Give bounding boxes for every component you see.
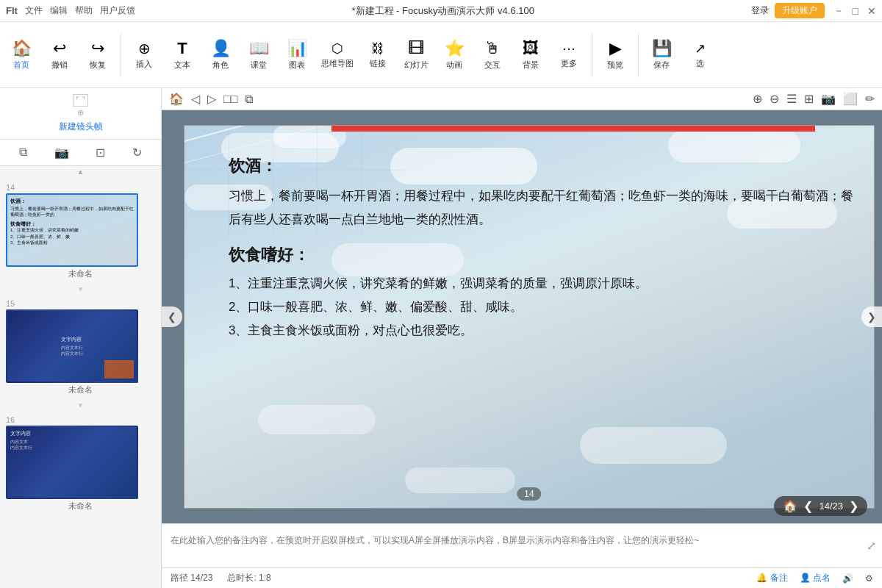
slide-thumb-14-content: 饮酒： 习惯上，餐前要喝一杯开胃酒；用餐过程中，如果吃肉要配干红葡萄酒；吃鱼虾一… <box>7 195 137 265</box>
section2-title: 饮食嗜好： <box>229 244 859 266</box>
toolbar-class[interactable]: 📖 课堂 <box>240 26 277 85</box>
toolbar-insert[interactable]: ⊕ 插入 <box>126 26 162 85</box>
new-frame-label: 新建镜头帧 <box>59 121 103 133</box>
copy-frame-icon[interactable]: ⧉ <box>16 144 30 161</box>
toolbar-slide[interactable]: 🎞 幻灯片 <box>398 26 434 85</box>
screenshot-icon[interactable]: 📷 <box>51 144 72 161</box>
slide-thumb-16[interactable]: 文字内容 内容文本 内容文本行 <box>6 426 138 499</box>
title-left-icons: FIt 文件 编辑 帮助 用户反馈 <box>6 4 135 17</box>
canvas-viewport[interactable]: ❮ <box>162 110 882 523</box>
slide-spacer-14-15: ▼ <box>0 282 161 296</box>
collapse-arrow[interactable]: ▲ <box>0 166 161 177</box>
canvas-nav-left[interactable]: ❮ <box>162 306 182 327</box>
class-icon: 📖 <box>249 39 269 58</box>
slide-number-16: 16 <box>6 415 155 424</box>
insert-icon: ⊕ <box>138 40 151 57</box>
minimize-button[interactable]: － <box>833 4 844 18</box>
toolbar-bg[interactable]: 🖼 背景 <box>512 26 549 85</box>
redo-icon: ↪ <box>91 39 104 58</box>
login-button[interactable]: 登录 <box>751 4 769 17</box>
upgrade-button[interactable]: 升级账户 <box>775 3 825 18</box>
canvas-frame-icon[interactable]: ⧉ <box>243 91 254 107</box>
audio-icon[interactable]: 🔊 <box>842 573 853 584</box>
save-icon: 💾 <box>652 39 672 58</box>
notes-button[interactable]: 🔔 备注 <box>756 572 787 584</box>
status-duration: 总时长: 1:8 <box>227 572 270 584</box>
slide-text: 饮酒： 习惯上，餐前要喝一杯开胃酒；用餐过程中，如果吃肉要配干红葡萄酒；吃鱼虾一… <box>229 155 859 493</box>
slide-red-bar <box>331 126 815 132</box>
menu-file[interactable]: 文件 <box>25 4 43 17</box>
bg-icon: 🖼 <box>523 39 539 58</box>
toolbar-separator-2 <box>592 33 592 77</box>
toolbar-insert-label: 插入 <box>136 59 152 70</box>
notes-input[interactable] <box>168 531 862 561</box>
main-toolbar: 🏠 首页 ↩ 撤销 ↪ 恢复 ⊕ 插入 T 文本 👤 角色 📖 课堂 📊 图表 … <box>0 22 882 88</box>
slide-thumb-14[interactable]: 饮酒： 习惯上，餐前要喝一杯开胃酒；用餐过程中，如果吃肉要配干红葡萄酒；吃鱼虾一… <box>6 193 138 267</box>
mindmap-icon: ⬡ <box>331 40 343 57</box>
toolbar-preview[interactable]: ▶ 预览 <box>597 26 634 85</box>
toolbar-select[interactable]: ↗ 选 <box>681 26 718 85</box>
new-frame-button[interactable]: ⌜ ⌝ ⊕ 新建镜头帧 <box>0 88 161 140</box>
canvas-lock-icon[interactable]: ⬜ <box>842 90 859 107</box>
text-icon: T <box>177 39 187 58</box>
canvas-prev-icon[interactable]: ◁ <box>190 90 201 107</box>
slide-thumb-15[interactable]: 文字内容 内容文本行 内容文本行 <box>6 309 138 383</box>
toolbar-text[interactable]: T 文本 <box>164 26 201 85</box>
status-duration-label: 总时长: 1:8 <box>227 572 270 584</box>
mark-button[interactable]: 👤 点名 <box>800 572 831 584</box>
toolbar-redo[interactable]: ↪ 恢复 <box>79 26 116 85</box>
left-panel: ⌜ ⌝ ⊕ 新建镜头帧 ⧉ 📷 ⊡ ↻ ▲ 14 饮酒： 习惯上，餐前 <box>0 88 162 588</box>
toolbar-chart-label: 图表 <box>289 60 305 71</box>
window-title: *新建工程 - Focusky动画演示大师 v4.6.100 <box>135 4 751 18</box>
canvas-home-icon[interactable]: 🏠 <box>168 90 185 107</box>
canvas-zoom-out-icon[interactable]: ⊖ <box>768 90 781 107</box>
toolbar-link[interactable]: ⛓ 链接 <box>359 26 396 85</box>
progress-next-icon[interactable]: ❯ <box>849 499 858 513</box>
toolbar-select-label: 选 <box>696 58 704 69</box>
menu-feedback[interactable]: 用户反馈 <box>100 4 135 17</box>
close-button[interactable]: ✕ <box>867 5 876 17</box>
mark-btn-label: 点名 <box>813 573 831 583</box>
menu-help[interactable]: 帮助 <box>75 4 93 17</box>
toolbar-home[interactable]: 🏠 首页 <box>3 26 40 85</box>
progress-prev-icon[interactable]: ❮ <box>803 499 813 513</box>
canvas-edit-icon[interactable]: ✏ <box>864 90 876 107</box>
preview-icon: ▶ <box>609 39 622 58</box>
toolbar-undo[interactable]: ↩ 撤销 <box>41 26 78 85</box>
toolbar-chart[interactable]: 📊 图表 <box>279 26 315 85</box>
fit-icon[interactable]: ⊡ <box>93 144 108 161</box>
toolbar-role[interactable]: 👤 角色 <box>202 26 239 85</box>
toolbar-role-label: 角色 <box>212 60 229 71</box>
toolbar-more-label: 更多 <box>561 58 577 69</box>
toolbar-mindmap[interactable]: ⬡ 思维导图 <box>317 26 358 85</box>
canvas-zoom-in-icon[interactable]: ⊕ <box>751 90 764 107</box>
slide-icon: 🎞 <box>408 39 424 58</box>
status-path: 路径 14/23 <box>171 572 212 584</box>
section1-body: 习惯上，餐前要喝一杯开胃酒；用餐过程中，如果吃肉要配干红葡萄酒；吃鱼虾一类的海味… <box>229 184 859 232</box>
canvas-next-icon[interactable]: ▷ <box>206 90 218 107</box>
canvas-nav-right[interactable]: ❯ <box>861 306 882 327</box>
select-icon: ↗ <box>695 40 706 57</box>
canvas-grid-icon[interactable]: ⊞ <box>803 90 815 107</box>
slide-spacer-15-16: ▼ <box>0 398 161 412</box>
progress-home-icon[interactable]: 🏠 <box>783 499 797 513</box>
toolbar-more[interactable]: ⋯ 更多 <box>551 26 587 85</box>
toolbar-animate[interactable]: ⭐ 动画 <box>436 26 473 85</box>
loop-icon[interactable]: ↻ <box>129 144 145 161</box>
toolbar-mindmap-label: 思维导图 <box>321 58 354 69</box>
canvas-fit-icon[interactable]: ☰ <box>785 90 798 107</box>
slide-number-15: 15 <box>6 299 155 308</box>
link-icon: ⛓ <box>371 41 384 57</box>
canvas-copy-frame-icon[interactable]: □□ <box>222 91 239 107</box>
canvas-toolbar: 🏠 ◁ ▷ □□ ⧉ ⊕ ⊖ ☰ ⊞ 📷 ⬜ ✏ <box>162 88 882 110</box>
mark-icon: 👤 <box>800 573 811 583</box>
toolbar-class-label: 课堂 <box>251 60 267 71</box>
settings-icon[interactable]: ⚙ <box>865 573 873 584</box>
slide-name-14: 未命名 <box>6 268 155 279</box>
toolbar-interact[interactable]: 🖱 交互 <box>474 26 511 85</box>
menu-edit[interactable]: 编辑 <box>50 4 68 17</box>
notes-expand-icon[interactable]: ⤢ <box>867 539 876 553</box>
maximize-button[interactable]: □ <box>853 5 858 17</box>
toolbar-save[interactable]: 💾 保存 <box>643 26 680 85</box>
canvas-screenshot-icon[interactable]: 📷 <box>820 90 837 107</box>
